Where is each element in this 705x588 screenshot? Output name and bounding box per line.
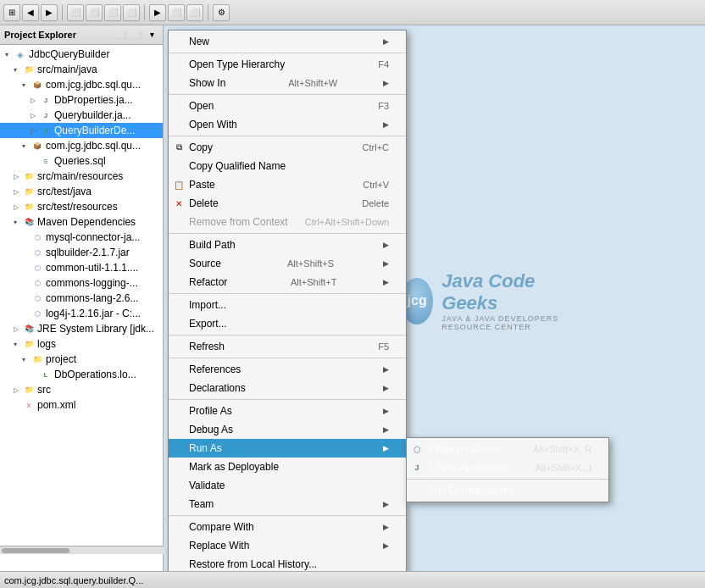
menu-item-open-type-hierarchy[interactable]: Open Type Hierarchy F4 bbox=[169, 55, 406, 74]
profile-icon bbox=[172, 404, 186, 418]
menu-item-team[interactable]: Team ▶ bbox=[169, 495, 406, 513]
menu-item-delete[interactable]: ✕ Delete Delete bbox=[169, 194, 406, 213]
submenu-arrow: ▶ bbox=[383, 444, 389, 452]
tree-item-maven-deps[interactable]: ▾ 📚 Maven Dependencies bbox=[0, 214, 163, 230]
toolbar-btn-3[interactable]: ▶ bbox=[41, 4, 58, 21]
menu-item-refactor[interactable]: Refactor Alt+Shift+T ▶ bbox=[169, 273, 406, 291]
menu-item-run-as[interactable]: Run As ▶ ⬡ 1 Run on Server Alt+Shift+X, … bbox=[169, 439, 406, 458]
toolbar-btn-5[interactable]: ⬜ bbox=[86, 4, 103, 21]
tree-item-dboperations[interactable]: L DbOperations.lo... bbox=[0, 367, 163, 382]
tree-label: src/test/resources bbox=[37, 201, 118, 213]
submenu-run-config[interactable]: Run Configurations... bbox=[407, 481, 608, 500]
menu-item-open-with[interactable]: Open With ▶ bbox=[169, 115, 406, 134]
toolbar-btn-7[interactable]: ⬜ bbox=[123, 4, 140, 21]
menu-item-open[interactable]: Open F3 bbox=[169, 97, 406, 115]
tree-item-queries[interactable]: S Queries.sql bbox=[0, 153, 163, 169]
tree-item-pomxml[interactable]: X pom.xml bbox=[0, 397, 163, 413]
tree-item-com-jcg[interactable]: ▾ 📦 com.jcg.jdbc.sql.qu... bbox=[0, 77, 163, 92]
scrollbar-thumb[interactable] bbox=[2, 548, 69, 553]
right-panel: jcg Java Code Geeks JAVA & JAVA DEVELOPE… bbox=[164, 25, 705, 571]
menu-item-build-path[interactable]: Build Path ▶ bbox=[169, 236, 406, 254]
tree-item-commons-lang[interactable]: ⬡ commons-lang-2.6... bbox=[0, 291, 163, 306]
menu-item-refresh[interactable]: Refresh F5 bbox=[169, 337, 406, 356]
toolbar-btn-8[interactable]: ▶ bbox=[149, 4, 166, 21]
toolbar-btn-9[interactable]: ⬜ bbox=[168, 4, 185, 21]
tree-item-logs[interactable]: ▾ 📁 logs bbox=[0, 336, 163, 352]
references-icon bbox=[172, 363, 186, 376]
link-with-editor-btn[interactable]: ⬜ bbox=[130, 28, 143, 42]
tree-item-mysql[interactable]: ⬡ mysql-connector-ja... bbox=[0, 230, 163, 245]
shortcut: Alt+Shift+W bbox=[288, 78, 337, 88]
open-icon bbox=[172, 99, 186, 113]
tree-item-src-main-res[interactable]: ▷ 📁 src/main/resources bbox=[0, 169, 163, 184]
toolbar-btn-11[interactable]: ⚙ bbox=[213, 4, 230, 21]
jcg-circle-text: jcg bbox=[408, 293, 427, 308]
tree-item-jdbc[interactable]: ▾ ◈ JdbcQueryBuilder bbox=[0, 47, 163, 62]
menu-item-validate[interactable]: Validate bbox=[169, 476, 406, 495]
folder-icon: 📁 bbox=[22, 384, 36, 396]
tree-item-sqlbuilder[interactable]: ⬡ sqlbuilder-2.1.7.jar bbox=[0, 245, 163, 260]
menu-item-show-in[interactable]: Show In Alt+Shift+W ▶ bbox=[169, 74, 406, 92]
left-panel: Project Explorer ⬜ ⬜ ▾ ▾ ◈ JdbcQueryBuil… bbox=[0, 25, 164, 571]
submenu-java-app[interactable]: J 2 Java Application Alt+Shift+X, J bbox=[407, 458, 608, 477]
menu-item-paste[interactable]: 📋 Paste Ctrl+V bbox=[169, 175, 406, 194]
tree-arrow: ▾ bbox=[14, 219, 22, 226]
menu-item-copy-qualified[interactable]: Copy Qualified Name bbox=[169, 157, 406, 175]
menu-label: Copy Qualified Name bbox=[189, 160, 286, 172]
shortcut: Ctrl+Alt+Shift+Down bbox=[305, 217, 389, 227]
submenu-sep bbox=[407, 479, 608, 480]
menu-item-debug-as[interactable]: Debug As ▶ bbox=[169, 420, 406, 439]
tree-item-querybuilderde[interactable]: ▷ J QueryBuilderDe... bbox=[0, 123, 163, 138]
ide-toolbar: ⊞ ◀ ▶ ⬜ ⬜ ⬜ ⬜ ▶ ⬜ ⬜ ⚙ bbox=[0, 0, 705, 25]
menu-label: Refactor bbox=[189, 276, 227, 288]
tree-arrow: ▷ bbox=[14, 173, 22, 180]
tree-label: DbOperations.lo... bbox=[54, 369, 136, 380]
menu-item-mark-deployable[interactable]: Mark as Deployable bbox=[169, 458, 406, 476]
tree-label: com.jcg.jdbc.sql.qu... bbox=[46, 79, 141, 91]
toolbar-btn-10[interactable]: ⬜ bbox=[186, 4, 203, 21]
tree-item-commons-log[interactable]: ⬡ commons-logging-... bbox=[0, 275, 163, 291]
panel-header-actions: ⬜ ⬜ ▾ bbox=[114, 28, 158, 42]
view-menu-btn[interactable]: ▾ bbox=[145, 28, 158, 42]
toolbar-btn-4[interactable]: ⬜ bbox=[67, 4, 84, 21]
tree-item-src-test-java[interactable]: ▷ 📁 src/test/java bbox=[0, 184, 163, 199]
toolbar-btn-1[interactable]: ⊞ bbox=[3, 4, 20, 21]
tree-label: src bbox=[37, 384, 51, 396]
menu-item-source[interactable]: Source Alt+Shift+S ▶ bbox=[169, 254, 406, 273]
tree-item-com-jcg2[interactable]: ▾ 📦 com.jcg.jdbc.sql.qu... bbox=[0, 138, 163, 153]
menu-item-replace-with[interactable]: Replace With ▶ bbox=[169, 536, 406, 555]
tree-arrow: ▾ bbox=[5, 51, 14, 58]
menu-item-restore-local[interactable]: Restore from Local History... bbox=[169, 555, 406, 571]
menu-item-declarations[interactable]: Declarations ▶ bbox=[169, 379, 406, 397]
tree-item-common-util[interactable]: ⬡ common-util-1.1.1.... bbox=[0, 260, 163, 275]
tree-item-src-main-java[interactable]: ▾ 📁 src/main/java bbox=[0, 62, 163, 77]
horizontal-scrollbar[interactable] bbox=[0, 546, 164, 554]
run-icon bbox=[172, 441, 186, 455]
menu-item-copy[interactable]: ⧉ Copy Ctrl+C bbox=[169, 138, 406, 157]
menu-item-import[interactable]: Import... bbox=[169, 296, 406, 314]
submenu-run-server[interactable]: ⬡ 1 Run on Server Alt+Shift+X, R bbox=[407, 440, 608, 458]
tree-item-src[interactable]: ▷ 📁 src bbox=[0, 382, 163, 397]
menu-item-new[interactable]: New ▶ bbox=[169, 32, 406, 51]
tree-item-src-test-res[interactable]: ▷ 📁 src/test/resources bbox=[0, 199, 163, 214]
log-icon: L bbox=[39, 369, 53, 380]
tree-item-dbproperties[interactable]: ▷ J DbProperties.ja... bbox=[0, 92, 163, 108]
tree-item-project[interactable]: ▾ 📁 project bbox=[0, 352, 163, 367]
tree-label: sqlbuilder-2.1.7.jar bbox=[46, 247, 130, 258]
tree-item-jre[interactable]: ▷ 📚 JRE System Library [jdk... bbox=[0, 321, 163, 336]
menu-label: Paste bbox=[189, 179, 215, 191]
remove-context-icon bbox=[172, 215, 186, 229]
menu-item-export[interactable]: Export... bbox=[169, 314, 406, 333]
menu-item-compare-with[interactable]: Compare With ▶ bbox=[169, 518, 406, 536]
tree-item-log4j[interactable]: ⬡ log4j-1.2.16.jar - C:... bbox=[0, 306, 163, 321]
toolbar-btn-2[interactable]: ◀ bbox=[22, 4, 39, 21]
shortcut: Ctrl+V bbox=[363, 180, 389, 190]
menu-item-references[interactable]: References ▶ bbox=[169, 360, 406, 379]
toolbar-btn-6[interactable]: ⬜ bbox=[104, 4, 121, 21]
menu-item-profile-as[interactable]: Profile As ▶ bbox=[169, 402, 406, 420]
tree-item-querybuilder[interactable]: ▷ J Querybuilder.ja... bbox=[0, 108, 163, 123]
run-config-icon bbox=[410, 484, 424, 497]
collapse-all-btn[interactable]: ⬜ bbox=[114, 28, 128, 42]
menu-sep-7 bbox=[169, 358, 406, 358]
package-icon: 📦 bbox=[31, 79, 44, 91]
